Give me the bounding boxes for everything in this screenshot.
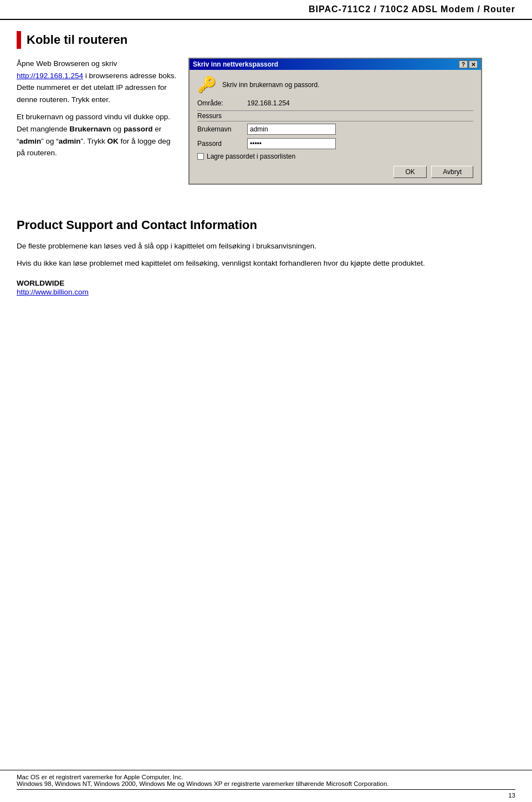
dialog-checkbox-row: Lagre passordet i passorlisten [197, 153, 473, 160]
dialog-top-text: Skriv inn brukernavn og passord. [222, 81, 319, 89]
support-paragraph-2: Hvis du ikke kan løse problemet med kapi… [17, 257, 515, 270]
password-label: Passord [197, 140, 247, 148]
save-password-checkbox[interactable] [197, 153, 204, 160]
key-icon: 🔑 [197, 75, 217, 94]
intro-paragraph-2: Et brukernavn og passord vindu vil dukke… [17, 111, 177, 159]
area-label: Område: [197, 99, 247, 107]
dialog-top-row: 🔑 Skriv inn brukernavn og passord. [197, 75, 473, 94]
worldwide-link[interactable]: http://www.billion.com [17, 288, 89, 296]
worldwide-label: WORLDWIDE [17, 279, 515, 287]
section-title-bar-icon [17, 31, 21, 49]
dialog-close-btn[interactable]: ✕ [469, 60, 478, 68]
dialog-title-text: Skriv inn nettverkspassord [193, 60, 278, 68]
support-title: Product Support and Contact Information [17, 218, 515, 232]
intro-link[interactable]: http://192.168.1.254 [17, 72, 83, 80]
footer-line-1: Mac OS er et registrert varemerke for Ap… [17, 774, 515, 780]
password-input[interactable] [247, 138, 336, 149]
checkbox-label: Lagre passordet i passorlisten [207, 153, 295, 160]
header-title: BIPAC-711C2 / 710C2 ADSL Modem / Router [309, 4, 515, 14]
ressurs-label: Ressurs [197, 112, 247, 120]
username-input[interactable] [247, 124, 336, 135]
main-content: Koble til routeren Åpne Web Browseren og… [0, 20, 532, 324]
support-paragraph-1: De fleste problemene kan løses ved å slå… [17, 240, 515, 253]
intro-paragraph-1: Åpne Web Browseren og skriv http://192.1… [17, 58, 177, 105]
dialog-password-row: Passord [197, 138, 473, 149]
intro-section: Åpne Web Browseren og skriv http://192.1… [17, 58, 515, 185]
page-number-line: 13 [17, 789, 515, 799]
page-number: 13 [508, 792, 515, 799]
support-section: Product Support and Contact Information … [17, 218, 515, 296]
dialog-username-row: Brukernavn [197, 124, 473, 135]
area-value: 192.168.1.254 [247, 99, 290, 107]
intro-p1-before-link: Åpne Web Browseren og skriv [17, 59, 117, 68]
dialog-buttons: OK Avbryt [197, 166, 473, 178]
ok-button[interactable]: OK [393, 166, 427, 178]
dialog-ressurs-row: Ressurs [197, 110, 473, 121]
cancel-button[interactable]: Avbryt [431, 166, 473, 178]
dialog-help-btn[interactable]: ? [459, 60, 468, 68]
dialog-titlebar: Skriv inn nettverkspassord ? ✕ [190, 59, 481, 70]
username-label: Brukernavn [197, 125, 247, 133]
dialog-area-row: Område: 192.168.1.254 [197, 99, 473, 107]
footer-line-2: Windows 98, Windows NT, Windows 2000, Wi… [17, 780, 515, 787]
section-title-block: Koble til routeren [17, 31, 515, 49]
page-header: BIPAC-711C2 / 710C2 ADSL Modem / Router [0, 0, 532, 20]
intro-text-block: Åpne Web Browseren og skriv http://192.1… [17, 58, 177, 185]
dialog-body: 🔑 Skriv inn brukernavn og passord. Områd… [190, 70, 481, 184]
section-title-text: Koble til routeren [27, 33, 127, 47]
page-footer: Mac OS er et registrert varemerke for Ap… [0, 770, 532, 802]
dialog-box: Skriv inn nettverkspassord ? ✕ 🔑 Skriv i… [188, 58, 482, 185]
dialog-titlebar-buttons: ? ✕ [459, 60, 478, 68]
